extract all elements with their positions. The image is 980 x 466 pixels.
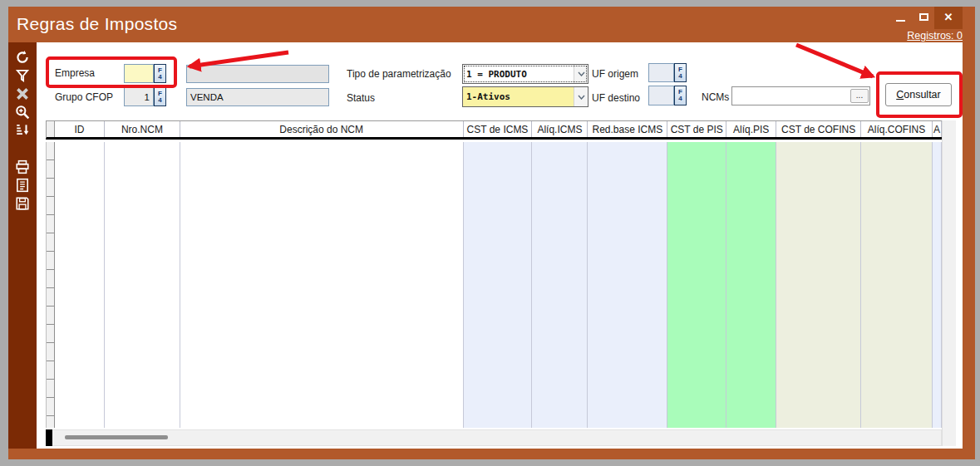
column-header-cst-cofins[interactable]: CST de COFINS xyxy=(776,121,861,137)
grupo-cfop-label: Grupo CFOP xyxy=(55,91,113,103)
h-scrollbar-grip[interactable] xyxy=(46,429,52,446)
ncms-label: NCMs xyxy=(702,91,729,103)
uf-origem-label: UF origem xyxy=(592,68,638,80)
consultar-button[interactable]: Consultar xyxy=(885,83,952,106)
tipo-parametrizacao-label: Tipo de parametrização xyxy=(347,68,451,80)
ncms-input[interactable] xyxy=(731,86,870,105)
grid-column-red-base-icms xyxy=(588,142,667,428)
grid-header-row: ID Nro.NCM Descrição do NCM CST de ICMS … xyxy=(46,120,942,140)
sidebar-button-sort[interactable] xyxy=(15,122,30,137)
sidebar-button-print[interactable] xyxy=(15,159,30,174)
window-title: Regras de Impostos xyxy=(17,14,177,34)
column-header-truncated[interactable]: A xyxy=(933,121,942,137)
grupo-cfop-input[interactable] xyxy=(124,87,154,106)
status-label: Status xyxy=(347,92,375,104)
grid-column-aliq-icms xyxy=(532,142,588,428)
uf-destino-input[interactable] xyxy=(648,86,674,105)
grid-column-aliq-pis xyxy=(726,142,776,428)
grid-column-id xyxy=(55,142,105,428)
column-header-aliq-pis[interactable]: Alíq.PIS xyxy=(726,121,776,137)
uf-origem-f4-button[interactable]: F4 xyxy=(674,63,687,82)
grid-body[interactable] xyxy=(46,142,942,428)
maximize-icon xyxy=(919,13,928,21)
tipo-parametrizacao-select[interactable]: 1 = PRODUTO xyxy=(462,64,588,84)
chevron-down-icon xyxy=(574,87,588,106)
uf-destino-label: UF destino xyxy=(592,92,640,104)
chevron-down-icon xyxy=(574,65,588,83)
sidebar-button-save[interactable] xyxy=(15,196,30,211)
empresa-f4-button[interactable]: F4 xyxy=(154,64,166,83)
grid-column-descricao-ncm xyxy=(180,142,464,428)
print-icon xyxy=(15,159,30,174)
minimize-icon xyxy=(896,20,905,22)
report-icon xyxy=(15,178,30,193)
sort-icon xyxy=(15,122,30,137)
column-header-id[interactable]: ID xyxy=(55,121,105,137)
sidebar-button-filter[interactable] xyxy=(15,68,30,83)
uf-destino-f4-button[interactable]: F4 xyxy=(674,86,687,105)
clear-filter-icon xyxy=(15,86,30,101)
sidebar-button-zoom[interactable] xyxy=(15,105,30,120)
column-header-nro-ncm[interactable]: Nro.NCM xyxy=(105,121,180,137)
column-header-selector xyxy=(47,121,55,137)
grid-column-nro-ncm xyxy=(105,142,180,428)
close-icon: ✕ xyxy=(944,11,953,23)
empresa-label: Empresa xyxy=(55,67,95,79)
registros-count-link[interactable]: Registros: 0 xyxy=(864,30,963,42)
grid-column-cst-icms xyxy=(464,142,533,428)
grid-column-aliq-cofins xyxy=(861,142,933,428)
sidebar-button-clear-filter[interactable] xyxy=(15,86,30,101)
sidebar-toolbar xyxy=(8,42,37,449)
sidebar-button-report[interactable] xyxy=(15,178,30,193)
column-header-aliq-icms[interactable]: Alíq.ICMS xyxy=(532,121,588,137)
h-scrollbar-thumb[interactable] xyxy=(65,435,168,439)
minimize-button[interactable] xyxy=(891,8,911,27)
grid-column-truncated xyxy=(933,142,942,428)
empresa-input[interactable] xyxy=(124,64,154,83)
empresa-description-field xyxy=(186,65,329,83)
save-icon xyxy=(15,196,30,211)
close-button[interactable]: ✕ xyxy=(934,7,963,29)
grupo-cfop-description-field: VENDA xyxy=(186,88,329,106)
status-select[interactable]: 1-Ativos xyxy=(462,86,588,107)
ncms-browse-button[interactable]: ... xyxy=(850,89,869,103)
column-header-cst-icms[interactable]: CST de ICMS xyxy=(464,121,533,137)
maximize-button[interactable] xyxy=(914,8,934,27)
grupo-cfop-f4-button[interactable]: F4 xyxy=(154,87,166,106)
uf-origem-input[interactable] xyxy=(648,63,674,82)
column-header-cst-pis[interactable]: CST de PIS xyxy=(667,121,726,137)
sidebar-button-refresh[interactable] xyxy=(15,50,30,65)
zoom-icon xyxy=(15,105,30,120)
horizontal-scrollbar[interactable] xyxy=(46,429,942,446)
row-selector-column xyxy=(47,142,55,428)
grid-column-cst-cofins xyxy=(776,142,861,428)
filter-icon xyxy=(15,68,30,83)
refresh-icon xyxy=(15,50,30,65)
vertical-scrollbar[interactable] xyxy=(942,120,956,446)
grid-column-cst-pis xyxy=(667,142,726,428)
column-header-aliq-cofins[interactable]: Alíq.COFINS xyxy=(861,121,933,137)
column-header-descricao-ncm[interactable]: Descrição do NCM xyxy=(180,121,464,137)
column-header-red-base-icms[interactable]: Red.base ICMS xyxy=(588,121,667,137)
